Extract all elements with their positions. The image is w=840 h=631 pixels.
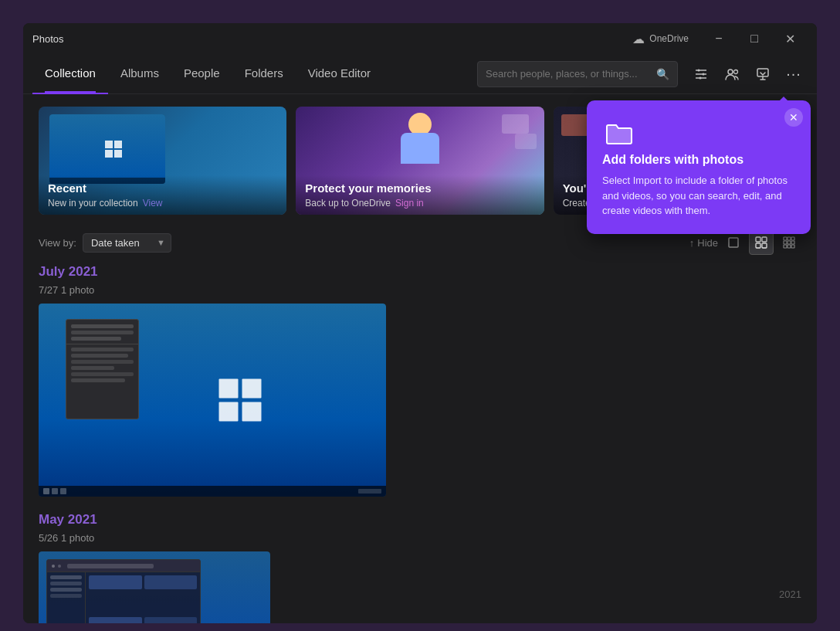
svg-point-3 bbox=[698, 69, 700, 71]
photo-july-1[interactable] bbox=[39, 304, 386, 497]
tab-video-editor-label: Video Editor bbox=[308, 66, 371, 80]
svg-rect-10 bbox=[756, 237, 760, 242]
layout-grid-small-button[interactable] bbox=[777, 230, 801, 255]
onedrive-card-subtitle: Back up to OneDrive Sign in bbox=[305, 198, 534, 209]
svg-rect-13 bbox=[762, 243, 767, 248]
tooltip-description: Select Import to include a folder of pho… bbox=[602, 173, 795, 219]
svg-rect-12 bbox=[756, 243, 760, 248]
tab-collection[interactable]: Collection bbox=[32, 54, 108, 94]
search-bar[interactable]: 🔍 bbox=[477, 61, 678, 87]
svg-rect-14 bbox=[784, 237, 787, 240]
tab-folders-label: Folders bbox=[245, 66, 283, 80]
onedrive-card-title: Protect your memories bbox=[305, 181, 534, 195]
app-title: Photos bbox=[32, 33, 63, 45]
more-button[interactable]: ··· bbox=[780, 60, 808, 88]
onedrive-label: OneDrive bbox=[649, 33, 689, 44]
search-input[interactable] bbox=[486, 68, 650, 80]
photo-may-1[interactable] bbox=[39, 551, 270, 623]
view-by-select-wrapper[interactable]: Date taken Date created ▼ bbox=[83, 233, 171, 253]
hide-label: Hide bbox=[697, 237, 718, 249]
cloud-icon: ☁ bbox=[632, 32, 645, 46]
month-section-july: July 2021 7/27 1 photo bbox=[39, 264, 801, 497]
add-folders-tooltip: ✕ Add folders with photos Select Import … bbox=[587, 100, 811, 234]
onedrive-indicator: ☁ OneDrive bbox=[632, 32, 689, 46]
window-controls: − □ ✕ bbox=[701, 26, 808, 51]
recent-card-title: Recent bbox=[48, 181, 277, 195]
tab-collection-label: Collection bbox=[45, 66, 96, 80]
july-month-label: July 2021 bbox=[39, 264, 801, 280]
tab-people[interactable]: People bbox=[171, 54, 232, 94]
svg-point-7 bbox=[734, 70, 738, 73]
svg-rect-20 bbox=[784, 245, 787, 248]
svg-rect-18 bbox=[788, 241, 791, 244]
import-button[interactable] bbox=[749, 60, 777, 88]
july-date-row: 7/27 1 photo bbox=[39, 284, 801, 296]
controls-row: View by: Date taken Date created ▼ ↑ Hid… bbox=[39, 230, 801, 255]
svg-rect-22 bbox=[791, 245, 794, 248]
titlebar: Photos ☁ OneDrive − □ ✕ bbox=[23, 23, 817, 54]
onedrive-card-overlay: Protect your memories Back up to OneDriv… bbox=[296, 175, 544, 215]
tab-folders[interactable]: Folders bbox=[232, 54, 296, 94]
hide-button[interactable]: ↑ Hide bbox=[689, 237, 718, 249]
up-arrow-icon: ↑ bbox=[689, 237, 695, 249]
maximize-button[interactable]: □ bbox=[737, 26, 772, 51]
app-window: Photos ☁ OneDrive − □ ✕ Collection Album… bbox=[23, 23, 817, 623]
tooltip-close-button[interactable]: ✕ bbox=[784, 108, 803, 127]
tab-people-label: People bbox=[184, 66, 220, 80]
month-section-may: May 2021 5/26 1 photo bbox=[39, 512, 801, 623]
year-label: 2021 bbox=[779, 589, 801, 600]
recent-view-link[interactable]: View bbox=[143, 198, 163, 209]
svg-point-4 bbox=[703, 73, 705, 75]
nav-actions: ··· bbox=[687, 60, 808, 88]
view-by-select[interactable]: Date taken Date created bbox=[83, 233, 171, 253]
recent-card-subtitle: New in your collection View bbox=[48, 198, 277, 209]
recent-card-overlay: Recent New in your collection View bbox=[39, 175, 286, 215]
search-icon: 🔍 bbox=[656, 68, 669, 80]
svg-rect-15 bbox=[788, 237, 791, 240]
people-button[interactable] bbox=[718, 60, 746, 88]
navbar: Collection Albums People Folders Video E… bbox=[23, 54, 817, 94]
svg-rect-11 bbox=[762, 237, 767, 242]
folder-icon bbox=[602, 116, 636, 150]
view-by-control: View by: Date taken Date created ▼ bbox=[39, 233, 171, 253]
tooltip-title: Add folders with photos bbox=[602, 153, 795, 167]
tab-albums[interactable]: Albums bbox=[108, 54, 171, 94]
svg-point-6 bbox=[728, 70, 733, 74]
svg-rect-9 bbox=[729, 238, 738, 247]
filter-button[interactable] bbox=[687, 60, 715, 88]
signin-link[interactable]: Sign in bbox=[395, 198, 424, 209]
tab-video-editor[interactable]: Video Editor bbox=[296, 54, 383, 94]
july-photo-grid bbox=[39, 304, 801, 497]
layout-grid-medium-button[interactable] bbox=[749, 230, 774, 255]
may-date-row: 5/26 1 photo bbox=[39, 532, 801, 544]
svg-point-5 bbox=[699, 76, 702, 79]
may-month-label: May 2021 bbox=[39, 512, 801, 528]
layout-single-button[interactable] bbox=[721, 230, 746, 255]
tab-albums-label: Albums bbox=[120, 66, 159, 80]
view-by-label: View by: bbox=[39, 237, 76, 249]
svg-rect-17 bbox=[784, 241, 787, 244]
onedrive-card[interactable]: Protect your memories Back up to OneDriv… bbox=[296, 107, 544, 215]
recent-card[interactable]: Recent New in your collection View bbox=[39, 107, 286, 215]
close-button[interactable]: ✕ bbox=[772, 26, 808, 51]
svg-rect-19 bbox=[791, 241, 794, 244]
minimize-button[interactable]: − bbox=[701, 26, 737, 51]
may-photo-grid bbox=[39, 551, 801, 623]
svg-rect-16 bbox=[791, 237, 794, 240]
view-layout-buttons: ↑ Hide bbox=[689, 230, 801, 255]
svg-rect-21 bbox=[788, 245, 791, 248]
